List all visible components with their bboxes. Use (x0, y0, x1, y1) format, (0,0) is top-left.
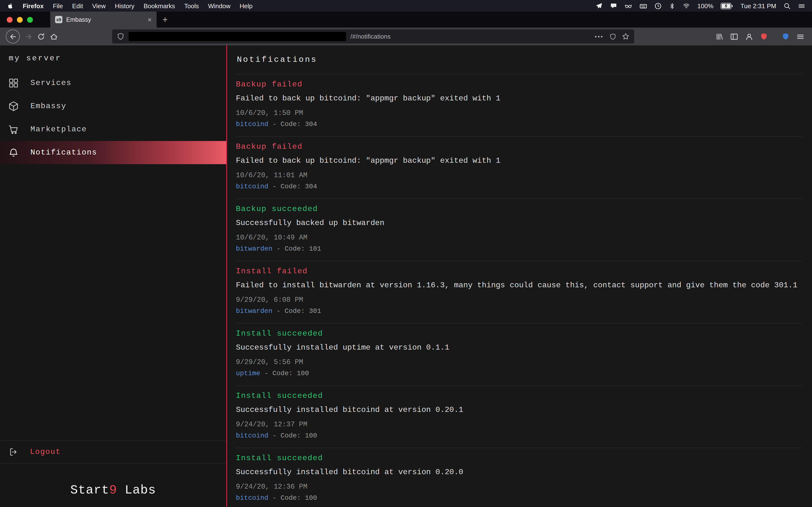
sidebar-item-marketplace[interactable]: Marketplace (0, 118, 226, 141)
forward-button[interactable] (24, 33, 33, 40)
tab-title: Embassy (66, 16, 91, 23)
notification-item: Install succeeded Successfully installed… (236, 386, 802, 448)
bluetooth-icon[interactable] (669, 2, 675, 9)
sidebar-item-label: Notifications (31, 148, 97, 157)
notification-body: Failed to install bitwarden at version 1… (236, 281, 802, 290)
notification-item: Backup failed Failed to back up bitcoind… (236, 74, 802, 137)
brand-part: Start (70, 483, 109, 497)
back-button[interactable] (6, 30, 20, 44)
notification-code: - Code: 304 (268, 120, 317, 128)
browser-tab-embassy[interactable]: s9 Embassy × (50, 12, 157, 27)
library-icon[interactable] (715, 33, 723, 40)
home-button[interactable] (50, 33, 58, 40)
sidebar-toggle-icon[interactable] (730, 33, 738, 40)
menubar-item-firefox[interactable]: Firefox (23, 2, 44, 9)
notification-timestamp: 9/29/20, 6:08 PM (236, 296, 802, 304)
notification-item: Backup succeeded Successfully backed up … (236, 199, 802, 261)
tab-close-icon[interactable]: × (147, 16, 152, 23)
notification-code: - Code: 100 (260, 370, 309, 377)
service-link[interactable]: uptime (236, 370, 260, 377)
notification-timestamp: 10/6/20, 1:50 PM (236, 109, 802, 117)
glasses-icon[interactable] (624, 2, 632, 9)
service-link[interactable]: bitcoind (236, 494, 268, 502)
control-center-icon[interactable] (798, 2, 805, 9)
new-tab-button[interactable]: + (162, 15, 168, 24)
menubar-item-bookmarks[interactable]: Bookmarks (144, 2, 175, 9)
cube-icon (8, 101, 19, 112)
chat-bubble-icon[interactable] (610, 2, 617, 9)
notification-title: Backup failed (236, 143, 802, 152)
window-zoom-button[interactable] (27, 17, 33, 22)
sidebar-spacer (0, 164, 226, 440)
service-link[interactable]: bitwarden (236, 245, 272, 252)
menubar-clock[interactable]: Tue 2:31 PM (741, 2, 776, 9)
service-link[interactable]: bitwarden (236, 307, 272, 315)
wifi-icon[interactable] (682, 2, 690, 9)
logout-button[interactable]: Logout (0, 440, 226, 463)
window-minimize-button[interactable] (17, 17, 23, 22)
reload-button[interactable] (37, 33, 45, 40)
logout-icon (9, 447, 18, 457)
notification-timestamp: 10/6/20, 10:49 AM (236, 234, 802, 242)
apple-menu-icon[interactable] (7, 2, 13, 10)
notification-body: Successfully backed up bitwarden (236, 219, 802, 228)
window-controls (7, 17, 33, 22)
service-link[interactable]: bitcoind (236, 432, 268, 439)
brand-wordmark: Start9 Labs (0, 463, 226, 507)
sidebar: my server Services Embassy Marketplace (0, 45, 227, 507)
cart-icon (8, 124, 19, 135)
menubar-item-window[interactable]: Window (208, 2, 231, 9)
notification-timestamp: 9/24/20, 12:36 PM (236, 483, 802, 491)
menubar-item-help[interactable]: Help (240, 2, 253, 9)
notification-code-line: bitwarden - Code: 301 (236, 307, 802, 315)
hamburger-menu-icon[interactable] (797, 33, 804, 40)
server-name: my server (9, 54, 226, 63)
keyboard-icon[interactable] (640, 2, 647, 9)
account-icon[interactable] (745, 33, 753, 40)
sidebar-item-services[interactable]: Services (0, 71, 226, 95)
menubar-item-file[interactable]: File (53, 2, 63, 9)
notification-item: Backup failed Failed to back up bitcoind… (236, 137, 802, 199)
battery-charging-icon[interactable] (721, 3, 733, 9)
sidebar-item-label: Marketplace (31, 125, 87, 134)
sidebar-item-notifications[interactable]: Notifications (0, 141, 226, 164)
menubar-item-history[interactable]: History (115, 2, 134, 9)
tracking-protection-shield-icon[interactable] (117, 33, 124, 40)
notification-title: Backup succeeded (236, 205, 802, 214)
notification-body: Successfully installed bitcoind at versi… (236, 406, 802, 415)
sidebar-item-embassy[interactable]: Embassy (0, 95, 226, 118)
window-close-button[interactable] (7, 17, 12, 22)
browser-tab-bar: s9 Embassy × + (0, 12, 812, 27)
service-link[interactable]: bitcoind (236, 120, 268, 128)
notification-title: Install failed (236, 267, 802, 276)
macos-menubar: Firefox File Edit View History Bookmarks… (0, 0, 812, 12)
notification-code: - Code: 100 (268, 432, 317, 439)
notification-code-line: bitwarden - Code: 101 (236, 245, 802, 253)
clock-icon[interactable] (654, 2, 662, 9)
notification-body: Failed to back up bitcoind: "appmgr back… (236, 157, 802, 166)
pocket-shield-icon[interactable] (609, 33, 616, 40)
notification-title: Install succeeded (236, 454, 802, 463)
notification-title: Install succeeded (236, 329, 802, 338)
spotlight-search-icon[interactable] (783, 2, 791, 9)
paperplane-icon[interactable] (596, 2, 603, 9)
notification-item: Install succeeded Successfully installed… (236, 448, 802, 507)
menubar-item-edit[interactable]: Edit (72, 2, 83, 9)
notification-code-line: bitcoind - Code: 304 (236, 120, 802, 128)
screen: Firefox File Edit View History Bookmarks… (0, 0, 812, 507)
notification-code-line: bitcoind - Code: 100 (236, 494, 802, 502)
extension-icon-red-shield[interactable] (760, 33, 767, 40)
menubar-item-view[interactable]: View (92, 2, 106, 9)
service-link[interactable]: bitcoind (236, 182, 268, 190)
url-bar[interactable]: /#/notifications ••• (112, 30, 634, 44)
notification-title: Backup failed (236, 80, 802, 89)
extension-icon-blue-shield[interactable] (782, 33, 789, 40)
notification-timestamp: 9/29/20, 5:56 PM (236, 358, 802, 367)
page-actions-icon[interactable]: ••• (595, 33, 604, 40)
brand-part: Labs (117, 483, 156, 497)
bookmark-star-icon[interactable] (622, 33, 629, 40)
redacted-url-block (129, 32, 346, 41)
notifications-page: Notifications Backup failed Failed to ba… (227, 45, 812, 507)
notification-item: Install failed Failed to install bitward… (236, 261, 802, 324)
menubar-item-tools[interactable]: Tools (184, 2, 199, 9)
